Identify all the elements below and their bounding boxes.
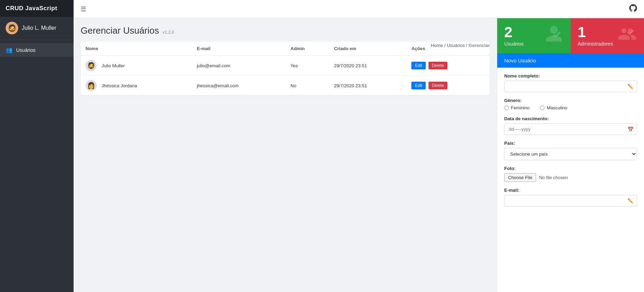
stat-card-admins: 1 Administradores bbox=[571, 18, 644, 53]
nascimento-input-wrapper: 📅 bbox=[504, 123, 637, 135]
stat-admins-label: Administradores bbox=[578, 41, 613, 47]
email-label: E-mail: bbox=[504, 188, 637, 193]
nome-input-icon: ✏️ bbox=[628, 84, 633, 89]
email-group: E-mail: ✏️ bbox=[504, 188, 637, 206]
genero-label: Gênero: bbox=[504, 98, 637, 103]
table-header-row: Nome E-mail Admin Criado em Ações bbox=[81, 42, 490, 56]
sidebar-user: 🧔 Julio L. Muller bbox=[0, 17, 74, 40]
radio-feminino[interactable] bbox=[504, 106, 509, 110]
stat-admins-count: 1 bbox=[578, 25, 613, 40]
cell-name-1: 👩 Jhéssica Jordana bbox=[81, 76, 192, 96]
cell-name-0: 🧔 Julio Muller bbox=[81, 56, 192, 76]
users-table: Nome E-mail Admin Criado em Ações 🧔 Juli… bbox=[81, 42, 490, 95]
cell-actions-1: Edit Delete bbox=[406, 76, 490, 96]
genero-feminino-option[interactable]: Feminino bbox=[504, 105, 529, 110]
cell-admin-1: No bbox=[286, 76, 329, 96]
user-avatar: 🧔 bbox=[6, 22, 18, 34]
genero-feminino-label: Feminino bbox=[511, 105, 529, 110]
breadcrumb: Home / Usuários / Gerenciar bbox=[431, 43, 490, 48]
email-input-wrapper: ✏️ bbox=[504, 195, 637, 206]
cell-created-0: 29/7/2020 23:51 bbox=[329, 56, 406, 76]
nome-input[interactable] bbox=[504, 81, 637, 92]
row-name-0: Julio Muller bbox=[102, 63, 125, 68]
choose-file-button[interactable]: Choose File bbox=[504, 173, 536, 182]
cell-actions-0: Edit Delete bbox=[406, 56, 490, 76]
col-nome: Nome bbox=[81, 42, 192, 56]
cell-email-0: julio@email.com bbox=[192, 56, 286, 76]
nascimento-group: Data de nascimento: 📅 bbox=[504, 116, 637, 135]
foto-label: Foto: bbox=[504, 166, 637, 171]
cell-admin-0: Yes bbox=[286, 56, 329, 76]
hamburger-icon[interactable]: ☰ bbox=[81, 5, 86, 13]
cell-email-1: jhessica@email.com bbox=[192, 76, 286, 96]
genero-masculino-label: Masculino bbox=[547, 105, 567, 110]
page-header: Gerenciar Usuários v1.2.0 bbox=[81, 25, 490, 36]
stat-usuarios-count: 2 bbox=[504, 25, 523, 40]
foto-group: Foto: Choose File No file chosen bbox=[504, 166, 637, 182]
email-input[interactable] bbox=[504, 195, 637, 206]
edit-button-1[interactable]: Edit bbox=[411, 82, 426, 89]
breadcrumb-home[interactable]: Home bbox=[431, 43, 443, 48]
row-name-1: Jhéssica Jordana bbox=[102, 83, 137, 88]
user-name: Julio L. Muller bbox=[22, 25, 56, 31]
table-area: Home / Usuários / Gerenciar Gerenciar Us… bbox=[74, 18, 497, 292]
email-input-icon: ✏️ bbox=[628, 198, 633, 204]
breadcrumb-usuarios[interactable]: Usuários bbox=[447, 43, 465, 48]
pais-label: País: bbox=[504, 141, 637, 146]
stat-usuarios-icon bbox=[544, 24, 564, 48]
main-content: ☰ Home / Usuários / Gerenciar Gerenciar … bbox=[74, 0, 644, 292]
col-email: E-mail bbox=[192, 42, 286, 56]
delete-button-0[interactable]: Delete bbox=[429, 62, 448, 69]
genero-masculino-option[interactable]: Masculino bbox=[540, 105, 567, 110]
stat-usuarios-label: Usuários bbox=[504, 41, 523, 47]
pais-select[interactable]: Selecione um país bbox=[504, 148, 637, 160]
new-user-form: Nome completo: ✏️ Gênero: Feminino bbox=[497, 68, 644, 218]
sidebar-nav: 👥 Usuários bbox=[0, 40, 74, 60]
pais-group: País: Selecione um país bbox=[504, 141, 637, 160]
stat-admins-icon bbox=[617, 24, 637, 48]
foto-input-wrapper: Choose File No file chosen bbox=[504, 173, 637, 182]
nome-input-wrapper: ✏️ bbox=[504, 81, 637, 92]
table-row: 🧔 Julio Muller julio@email.com Yes 29/7/… bbox=[81, 56, 490, 76]
nome-group: Nome completo: ✏️ bbox=[504, 73, 637, 92]
col-criado: Criado em bbox=[329, 42, 406, 56]
row-avatar-1: 👩 bbox=[85, 80, 97, 91]
sidebar-item-usuarios[interactable]: 👥 Usuários bbox=[0, 43, 74, 57]
table-row: 👩 Jhéssica Jordana jhessica@email.com No… bbox=[81, 76, 490, 96]
nascimento-calendar-icon: 📅 bbox=[628, 127, 633, 132]
sidebar: CRUD JavaScript 🧔 Julio L. Muller 👥 Usuá… bbox=[0, 0, 74, 292]
right-panel: 2 Usuários 1 Administradores bbox=[497, 18, 644, 292]
sidebar-item-label: Usuários bbox=[16, 47, 35, 53]
stats-row: 2 Usuários 1 Administradores bbox=[497, 18, 644, 53]
file-chosen-status: No file chosen bbox=[539, 175, 568, 180]
edit-button-0[interactable]: Edit bbox=[411, 62, 426, 69]
topbar: ☰ bbox=[74, 0, 644, 18]
radio-masculino[interactable] bbox=[540, 106, 544, 110]
nascimento-label: Data de nascimento: bbox=[504, 116, 637, 121]
github-icon[interactable] bbox=[629, 4, 637, 14]
delete-button-1[interactable]: Delete bbox=[429, 82, 448, 89]
app-title: CRUD JavaScript bbox=[0, 0, 74, 17]
content-area: Home / Usuários / Gerenciar Gerenciar Us… bbox=[74, 18, 644, 292]
version-badge: v1.2.0 bbox=[163, 30, 174, 35]
genero-radio-group: Feminino Masculino bbox=[504, 105, 637, 110]
genero-group: Gênero: Feminino Masculino bbox=[504, 98, 637, 110]
nome-label: Nome completo: bbox=[504, 73, 637, 79]
cell-created-1: 29/7/2020 23:51 bbox=[329, 76, 406, 96]
page-title: Gerenciar Usuários bbox=[81, 25, 159, 36]
new-user-header: Novo Usuário bbox=[497, 53, 644, 68]
row-avatar-0: 🧔 bbox=[85, 60, 97, 71]
usuarios-icon: 👥 bbox=[6, 47, 13, 53]
stat-card-usuarios: 2 Usuários bbox=[497, 18, 571, 53]
nascimento-input[interactable] bbox=[504, 123, 637, 135]
breadcrumb-current: Gerenciar bbox=[468, 43, 490, 48]
col-admin: Admin bbox=[286, 42, 329, 56]
